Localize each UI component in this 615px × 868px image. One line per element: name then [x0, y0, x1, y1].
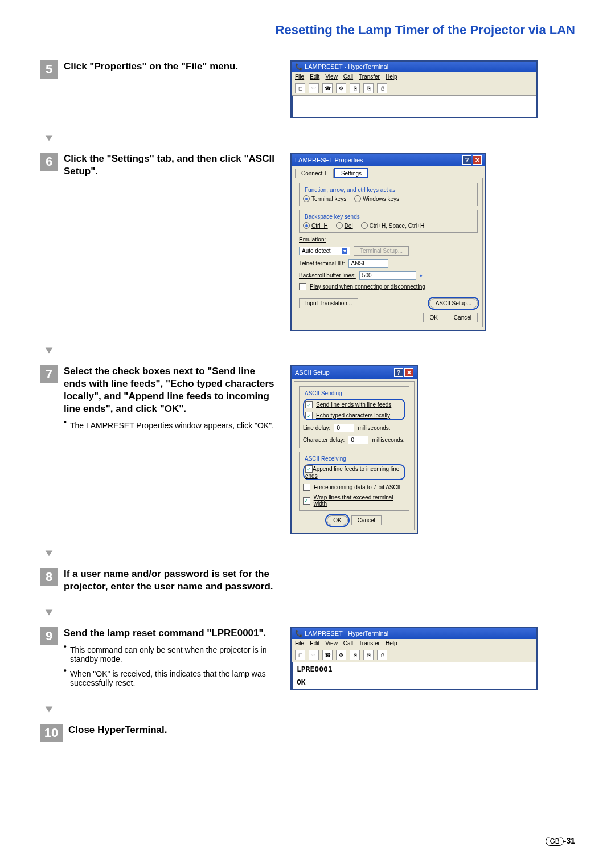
- step-number-9: 9: [40, 627, 58, 645]
- tb-icon[interactable]: ⚙: [336, 650, 346, 660]
- backscroll-label: Backscroll buffer lines:: [299, 272, 356, 279]
- tb-icon[interactable]: ☎: [322, 650, 333, 660]
- playsound-label: Play sound when connecting or disconnect…: [310, 284, 425, 290]
- emulation-select[interactable]: Auto detect▾: [299, 247, 350, 255]
- tb-icon[interactable]: ☞: [309, 83, 319, 93]
- menu-file[interactable]: File: [295, 640, 304, 646]
- terminal-setup-button[interactable]: Terminal Setup...: [354, 246, 409, 256]
- radio-ctrlh-space[interactable]: Ctrl+H, Space, Ctrl+H: [361, 222, 425, 229]
- properties-dialog: LAMPRESET Properties ?✕ Connect T Settin…: [290, 153, 486, 331]
- svg-marker-3: [46, 610, 53, 616]
- cancel-button[interactable]: Cancel: [448, 313, 478, 322]
- step-7-title: Select the check boxes next to "Send lin…: [64, 365, 279, 415]
- step-7-note: The LAMPRESET Properties window appears,…: [70, 421, 274, 430]
- terminal-command: LPRE0001: [297, 665, 533, 673]
- menu-help[interactable]: Help: [386, 640, 397, 646]
- menu-call[interactable]: Call: [343, 640, 353, 646]
- menu-transfer[interactable]: Transfer: [359, 640, 380, 646]
- radio-ctrlh[interactable]: Ctrl+H: [303, 222, 328, 229]
- group-label: Backspace key sends: [303, 214, 362, 220]
- hyperterminal-window: 📞 LAMPRESET - HyperTerminal File Edit Vi…: [290, 60, 538, 118]
- page-footer: GB-31: [546, 836, 575, 845]
- step-5-title: Click "Properties" on the "File" menu.: [64, 60, 279, 73]
- svg-marker-1: [46, 348, 53, 354]
- step-number-10: 10: [40, 724, 63, 742]
- step-8-title: If a user name and/or password is set fo…: [64, 568, 279, 593]
- radio-windows-keys[interactable]: Windows keys: [354, 195, 399, 202]
- step-6-title: Click the "Settings" tab, and then click…: [64, 153, 279, 178]
- line-delay-label: Line delay:: [303, 425, 330, 431]
- char-delay-label: Character delay:: [303, 437, 345, 443]
- char-delay-input[interactable]: 0: [348, 436, 368, 444]
- tb-icon[interactable]: ⎘: [350, 83, 360, 93]
- radio-terminal-keys[interactable]: Terminal keys: [303, 195, 346, 202]
- ok-button[interactable]: OK: [327, 515, 347, 525]
- tab-connect[interactable]: Connect T: [295, 169, 334, 178]
- toolbar: ◻ ☞ ☎ ⚙ ⎘ ⎘ ⎙: [292, 648, 536, 662]
- telnet-input[interactable]: ANSI: [348, 259, 388, 268]
- group-label: Function, arrow, and ctrl keys act as: [303, 187, 397, 193]
- tab-settings[interactable]: Settings: [335, 169, 368, 178]
- close-icon[interactable]: ✕: [404, 368, 413, 377]
- window-title: LAMPRESET - HyperTerminal: [305, 630, 388, 637]
- down-arrow-icon: [40, 345, 58, 356]
- step-9-title: Send the lamp reset command "LPRE0001".: [64, 627, 279, 640]
- radio-del[interactable]: Del: [336, 222, 353, 229]
- tb-icon[interactable]: ⎘: [363, 650, 374, 660]
- tb-icon[interactable]: ⚙: [336, 83, 346, 93]
- down-arrow-icon: [40, 703, 58, 715]
- page-title: Resetting the Lamp Timer of the Projecto…: [40, 23, 575, 38]
- tb-icon[interactable]: ◻: [295, 83, 305, 93]
- svg-marker-0: [46, 136, 53, 141]
- chk-echo-typed[interactable]: ✓: [305, 412, 313, 419]
- hyperterminal-window: 📞 LAMPRESET - HyperTerminal File Edit Vi…: [290, 627, 538, 690]
- menubar[interactable]: File Edit View Call Transfer Help: [292, 639, 536, 648]
- playsound-checkbox[interactable]: [299, 283, 306, 290]
- tb-icon[interactable]: ◻: [295, 650, 305, 660]
- step-9-bullet-2: When "OK" is received, this indicates th…: [70, 669, 279, 687]
- tb-icon[interactable]: ⎘: [363, 83, 374, 93]
- chk-wrap-lines[interactable]: ✓: [303, 497, 310, 505]
- menu-help[interactable]: Help: [386, 73, 397, 80]
- group-label: ASCII Receiving: [303, 456, 348, 462]
- help-icon[interactable]: ?: [394, 368, 403, 377]
- line-delay-input[interactable]: 0: [334, 424, 354, 432]
- step-number-8: 8: [40, 568, 58, 586]
- backscroll-input[interactable]: 500: [359, 271, 416, 280]
- menu-view[interactable]: View: [325, 640, 338, 646]
- tb-icon[interactable]: ⎙: [377, 83, 387, 93]
- tb-icon[interactable]: ⎘: [350, 650, 360, 660]
- ok-button[interactable]: OK: [423, 313, 444, 322]
- step-number-5: 5: [40, 60, 58, 79]
- step-9-bullet-1: This command can only be sent when the p…: [70, 645, 279, 664]
- group-label: ASCII Sending: [303, 390, 344, 396]
- tb-icon[interactable]: ☞: [309, 650, 319, 660]
- help-icon[interactable]: ?: [462, 155, 472, 165]
- menu-view[interactable]: View: [325, 73, 338, 80]
- chk-send-line-ends[interactable]: ✓: [305, 401, 313, 408]
- menu-call[interactable]: Call: [343, 73, 353, 80]
- down-arrow-icon: [40, 547, 58, 559]
- ascii-setup-button[interactable]: ASCII Setup...: [429, 298, 478, 308]
- cancel-button[interactable]: Cancel: [351, 515, 382, 525]
- input-translation-button[interactable]: Input Translation...: [299, 298, 358, 308]
- step-number-7: 7: [40, 365, 58, 383]
- telnet-label: Telnet terminal ID:: [299, 260, 345, 267]
- tb-icon[interactable]: ⎙: [377, 650, 387, 660]
- svg-marker-2: [46, 551, 53, 556]
- chk-append-lf[interactable]: ✓: [305, 465, 313, 473]
- tb-icon[interactable]: ☎: [322, 83, 333, 93]
- chk-force-7bit[interactable]: [303, 484, 310, 491]
- menubar[interactable]: File Edit View Call Transfer Help: [292, 72, 536, 81]
- menu-file[interactable]: File: [295, 73, 304, 80]
- close-icon[interactable]: ✕: [473, 155, 482, 165]
- window-title: LAMPRESET - HyperTerminal: [305, 63, 388, 70]
- down-arrow-icon: [40, 132, 58, 144]
- emulation-label: Emulation:: [299, 236, 326, 243]
- menu-edit[interactable]: Edit: [310, 73, 319, 80]
- terminal-response: OK: [297, 678, 533, 686]
- menu-transfer[interactable]: Transfer: [359, 73, 380, 80]
- dialog-title: LAMPRESET Properties: [295, 157, 363, 163]
- menu-edit[interactable]: Edit: [310, 640, 319, 646]
- step-number-6: 6: [40, 153, 58, 171]
